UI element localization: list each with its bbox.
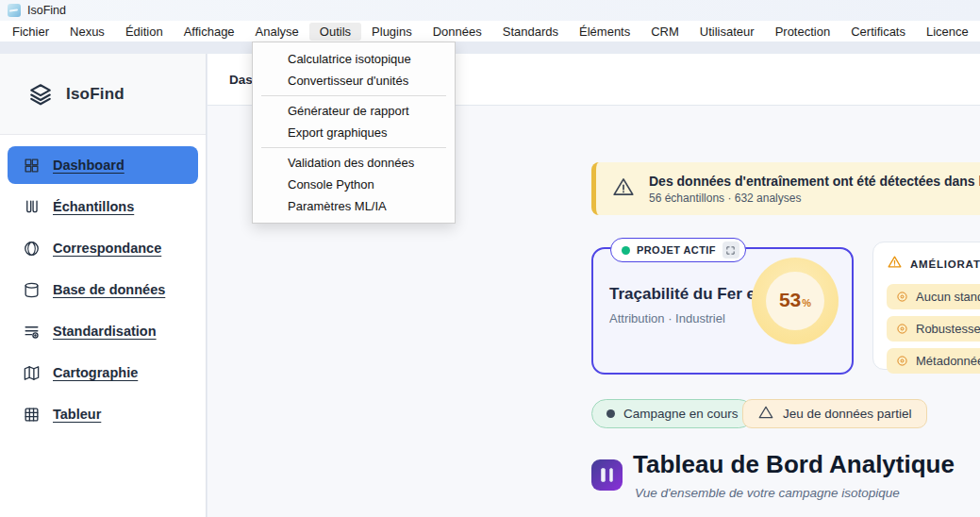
sliders-icon bbox=[22, 322, 41, 341]
sidebar-item-cartographie[interactable]: Cartographie bbox=[8, 354, 198, 392]
improvement-item[interactable]: Robustesse insuffisante bbox=[887, 316, 980, 342]
menu-separator bbox=[261, 95, 446, 96]
samples-icon bbox=[22, 197, 41, 216]
dot-icon bbox=[606, 409, 615, 418]
database-icon bbox=[22, 280, 41, 299]
warning-triangle-icon bbox=[611, 175, 636, 203]
menu-fichier[interactable]: Fichier bbox=[2, 23, 59, 41]
menu-elements[interactable]: Éléments bbox=[569, 23, 640, 41]
sidebar-item-label: Tableur bbox=[53, 407, 101, 422]
improvement-item[interactable]: Aucun standard certifié bbox=[887, 284, 980, 309]
menu-plugins[interactable]: Plugins bbox=[361, 23, 423, 41]
table-icon bbox=[22, 405, 41, 424]
improvements-card: AMÉLIORATIONS Aucun standard certifié Ro… bbox=[872, 242, 980, 370]
project-status-badge: PROJET ACTIF bbox=[610, 238, 746, 262]
window-title: IsoFind bbox=[27, 4, 66, 17]
app-icon bbox=[8, 4, 21, 17]
sidebar-item-tableur[interactable]: Tableur bbox=[8, 395, 198, 433]
sidebar-item-base-de-donnees[interactable]: Base de données bbox=[8, 271, 198, 309]
menu-analyse[interactable]: Analyse bbox=[245, 23, 309, 41]
alert-subtitle: 56 échantillons · 632 analyses bbox=[649, 192, 980, 205]
map-icon bbox=[22, 363, 41, 382]
training-data-alert[interactable]: Des données d'entraînement ont été détec… bbox=[591, 162, 980, 215]
menu-crm[interactable]: CRM bbox=[640, 23, 689, 41]
warning-triangle-icon bbox=[757, 404, 774, 424]
project-subtitle: Attribution · Industriel bbox=[609, 311, 725, 325]
active-project-card: PROJET ACTIF Traçabilité du Fer en Lorra… bbox=[591, 247, 854, 375]
menu-utilisateur[interactable]: Utilisateur bbox=[689, 23, 765, 41]
improvements-header: AMÉLIORATIONS bbox=[887, 254, 980, 274]
sidebar-item-label: Correspondance bbox=[53, 241, 161, 256]
campaign-pill-label: Campagne en cours bbox=[623, 407, 739, 421]
dataset-pill-label: Jeu de données partiel bbox=[783, 407, 912, 421]
green-dot-icon bbox=[622, 246, 630, 255]
improvements-title: AMÉLIORATIONS bbox=[910, 258, 980, 270]
brand-name: IsoFind bbox=[66, 85, 125, 104]
pause-icon bbox=[591, 459, 623, 491]
warning-triangle-icon bbox=[887, 254, 903, 274]
menu-item-generateur-rapport[interactable]: Générateur de rapport bbox=[253, 100, 455, 122]
menu-donnees[interactable]: Données bbox=[423, 23, 492, 41]
menu-protection[interactable]: Protection bbox=[765, 23, 841, 41]
badge-label: PROJET ACTIF bbox=[637, 244, 716, 256]
sidebar: IsoFind Dashboard É bbox=[0, 54, 207, 517]
sidebar-item-label: Dashboard bbox=[53, 158, 125, 173]
menu-item-validation-donnees[interactable]: Validation des données bbox=[253, 152, 455, 174]
sidebar-item-label: Cartographie bbox=[53, 365, 138, 380]
menu-item-export-graphiques[interactable]: Export graphiques bbox=[253, 122, 455, 143]
menu-affichage[interactable]: Affichage bbox=[174, 23, 245, 41]
layers-icon bbox=[28, 82, 53, 107]
sidebar-item-dashboard[interactable]: Dashboard bbox=[8, 146, 198, 184]
menu-bar: Fichier Nexus Édition Affichage Analyse … bbox=[0, 21, 980, 42]
dataset-status-pill[interactable]: Jeu de données partiel bbox=[742, 399, 927, 428]
menu-edition[interactable]: Édition bbox=[115, 23, 174, 41]
menu-licence[interactable]: Licence bbox=[916, 23, 979, 41]
menu-item-calculatrice-isotopique[interactable]: Calculatrice isotopique bbox=[253, 48, 455, 70]
sphere-icon bbox=[22, 239, 41, 258]
sidebar-nav: Dashboard Échantillons bbox=[0, 135, 206, 433]
progress-ring: 53 % bbox=[752, 258, 839, 344]
menu-item-console-python[interactable]: Console Python bbox=[253, 174, 455, 195]
sidebar-item-label: Échantillons bbox=[53, 199, 134, 214]
progress-value: 53 % bbox=[766, 272, 824, 330]
menu-separator bbox=[261, 147, 446, 148]
page-title: Tableau de Bord Analytique bbox=[633, 450, 955, 479]
sidebar-item-correspondance[interactable]: Correspondance bbox=[8, 229, 198, 267]
menu-standards[interactable]: Standards bbox=[492, 23, 569, 41]
sidebar-item-label: Base de données bbox=[53, 282, 165, 297]
menu-item-parametres-ml-ia[interactable]: Paramètres ML/IA bbox=[253, 195, 455, 217]
menu-nexus[interactable]: Nexus bbox=[59, 23, 115, 41]
grid-icon bbox=[22, 156, 41, 175]
sidebar-item-label: Standardisation bbox=[53, 324, 157, 339]
sidebar-item-echantillons[interactable]: Échantillons bbox=[8, 188, 198, 225]
menu-item-convertisseur-unites[interactable]: Convertisseur d'unités bbox=[253, 70, 455, 92]
outils-dropdown-menu: Calculatrice isotopique Convertisseur d'… bbox=[252, 42, 456, 224]
page-subtitle: Vue d'ensemble de votre campagne isotopi… bbox=[635, 486, 900, 500]
menu-outils[interactable]: Outils bbox=[309, 23, 361, 41]
campaign-status-pill[interactable]: Campagne en cours bbox=[591, 399, 754, 428]
expand-button[interactable] bbox=[723, 242, 739, 258]
sidebar-item-standardisation[interactable]: Standardisation bbox=[8, 312, 198, 350]
alert-title: Des données d'entraînement ont été détec… bbox=[649, 174, 980, 189]
app-window: IsoFind Fichier Nexus Édition Affichage … bbox=[0, 0, 980, 517]
title-bar: IsoFind bbox=[0, 0, 980, 21]
sidebar-brand: IsoFind bbox=[0, 54, 206, 135]
improvement-item[interactable]: Métadonnées incomplètes bbox=[887, 348, 980, 374]
menu-certificats[interactable]: Certificats bbox=[840, 23, 916, 41]
